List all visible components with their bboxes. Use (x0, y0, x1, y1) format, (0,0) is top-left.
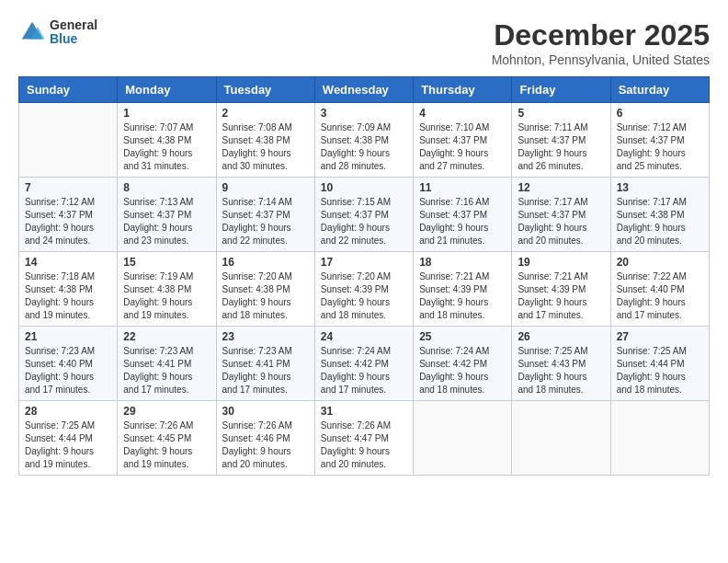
day-info: Sunrise: 7:08 AM Sunset: 4:38 PM Dayligh… (222, 121, 309, 173)
month-title: December 2025 (492, 18, 710, 52)
day-info: Sunrise: 7:17 AM Sunset: 4:38 PM Dayligh… (617, 196, 703, 247)
sunset-text: Sunset: 4:37 PM (617, 135, 685, 145)
daylight-text: Daylight: 9 hours and 25 minutes. (617, 148, 686, 171)
day-info: Sunrise: 7:21 AM Sunset: 4:39 PM Dayligh… (419, 270, 506, 322)
day-info: Sunrise: 7:12 AM Sunset: 4:37 PM Dayligh… (617, 121, 703, 173)
day-info: Sunrise: 7:19 AM Sunset: 4:38 PM Dayligh… (123, 270, 210, 322)
location-text: Mohnton, Pennsylvania, United States (492, 52, 710, 67)
sunset-text: Sunset: 4:38 PM (222, 284, 290, 294)
calendar-day-cell: 29 Sunrise: 7:26 AM Sunset: 4:45 PM Dayl… (118, 401, 216, 476)
daylight-text: Daylight: 9 hours and 20 minutes. (617, 223, 686, 246)
sunrise-text: Sunrise: 7:09 AM (321, 122, 391, 132)
day-number: 27 (617, 330, 703, 343)
day-number: 25 (419, 330, 506, 343)
daylight-text: Daylight: 9 hours and 21 minutes. (419, 223, 488, 246)
day-number: 8 (123, 181, 210, 194)
day-number: 4 (419, 107, 506, 120)
day-info: Sunrise: 7:24 AM Sunset: 4:42 PM Dayligh… (321, 345, 407, 396)
day-number: 12 (518, 181, 604, 194)
sunset-text: Sunset: 4:40 PM (617, 284, 685, 294)
day-number: 21 (25, 330, 111, 343)
sunset-text: Sunset: 4:38 PM (222, 135, 290, 145)
sunrise-text: Sunrise: 7:23 AM (25, 346, 95, 356)
daylight-text: Daylight: 9 hours and 24 minutes. (25, 223, 94, 246)
calendar-week-row: 14 Sunrise: 7:18 AM Sunset: 4:38 PM Dayl… (19, 252, 710, 327)
sunset-text: Sunset: 4:41 PM (123, 359, 191, 369)
sunset-text: Sunset: 4:40 PM (25, 359, 93, 369)
day-info: Sunrise: 7:10 AM Sunset: 4:37 PM Dayligh… (419, 121, 506, 173)
day-info: Sunrise: 7:24 AM Sunset: 4:42 PM Dayligh… (419, 345, 506, 396)
calendar-day-cell: 26 Sunrise: 7:25 AM Sunset: 4:43 PM Dayl… (512, 327, 610, 401)
sunrise-text: Sunrise: 7:25 AM (617, 346, 687, 356)
day-number: 29 (123, 405, 210, 418)
sunset-text: Sunset: 4:37 PM (321, 210, 389, 220)
calendar-day-cell: 27 Sunrise: 7:25 AM Sunset: 4:44 PM Dayl… (610, 327, 709, 401)
calendar-day-cell: 2 Sunrise: 7:08 AM Sunset: 4:38 PM Dayli… (216, 103, 314, 178)
day-info: Sunrise: 7:17 AM Sunset: 4:37 PM Dayligh… (518, 196, 604, 247)
daylight-text: Daylight: 9 hours and 18 minutes. (419, 372, 488, 395)
day-number: 22 (123, 330, 210, 343)
calendar-day-cell: 16 Sunrise: 7:20 AM Sunset: 4:38 PM Dayl… (216, 252, 314, 327)
day-info: Sunrise: 7:25 AM Sunset: 4:44 PM Dayligh… (617, 345, 703, 396)
sunrise-text: Sunrise: 7:25 AM (25, 420, 95, 431)
sunrise-text: Sunrise: 7:16 AM (419, 197, 489, 207)
sunrise-text: Sunrise: 7:20 AM (321, 271, 391, 282)
sunset-text: Sunset: 4:38 PM (25, 284, 93, 294)
day-number: 31 (321, 405, 407, 418)
day-number: 19 (518, 256, 604, 269)
day-info: Sunrise: 7:12 AM Sunset: 4:37 PM Dayligh… (25, 196, 111, 247)
day-info: Sunrise: 7:18 AM Sunset: 4:38 PM Dayligh… (25, 270, 111, 322)
sunset-text: Sunset: 4:43 PM (518, 359, 586, 369)
calendar-header-row: SundayMondayTuesdayWednesdayThursdayFrid… (19, 77, 710, 103)
calendar-day-cell: 13 Sunrise: 7:17 AM Sunset: 4:38 PM Dayl… (610, 178, 709, 252)
day-number: 26 (518, 330, 604, 343)
sunset-text: Sunset: 4:45 PM (123, 433, 191, 443)
sunset-text: Sunset: 4:37 PM (518, 135, 586, 145)
sunrise-text: Sunrise: 7:24 AM (321, 346, 391, 356)
sunset-text: Sunset: 4:37 PM (25, 210, 93, 220)
sunrise-text: Sunrise: 7:14 AM (222, 197, 292, 207)
weekday-header: Tuesday (216, 77, 314, 103)
weekday-header: Monday (118, 77, 216, 103)
calendar-day-cell: 22 Sunrise: 7:23 AM Sunset: 4:41 PM Dayl… (118, 327, 216, 401)
sunrise-text: Sunrise: 7:15 AM (321, 197, 391, 207)
sunrise-text: Sunrise: 7:18 AM (25, 271, 95, 282)
weekday-header: Thursday (414, 77, 512, 103)
sunrise-text: Sunrise: 7:11 AM (518, 122, 587, 132)
sunset-text: Sunset: 4:39 PM (419, 284, 487, 294)
calendar-week-row: 21 Sunrise: 7:23 AM Sunset: 4:40 PM Dayl… (19, 327, 710, 401)
sunset-text: Sunset: 4:37 PM (419, 210, 487, 220)
daylight-text: Daylight: 9 hours and 27 minutes. (419, 148, 488, 171)
day-info: Sunrise: 7:20 AM Sunset: 4:39 PM Dayligh… (321, 270, 407, 322)
daylight-text: Daylight: 9 hours and 17 minutes. (518, 297, 586, 320)
day-number: 20 (617, 256, 703, 269)
day-info: Sunrise: 7:15 AM Sunset: 4:37 PM Dayligh… (321, 196, 407, 247)
sunrise-text: Sunrise: 7:26 AM (123, 420, 193, 431)
day-info: Sunrise: 7:23 AM Sunset: 4:41 PM Dayligh… (222, 345, 309, 396)
day-number: 18 (419, 256, 506, 269)
calendar-day-cell: 25 Sunrise: 7:24 AM Sunset: 4:42 PM Dayl… (414, 327, 512, 401)
sunset-text: Sunset: 4:38 PM (123, 284, 191, 294)
day-number: 3 (321, 107, 407, 120)
logo-icon (18, 18, 46, 46)
calendar-day-cell (610, 401, 709, 476)
daylight-text: Daylight: 9 hours and 18 minutes. (518, 372, 586, 395)
page-header: General Blue December 2025 Mohnton, Penn… (18, 18, 710, 67)
daylight-text: Daylight: 9 hours and 18 minutes. (419, 297, 488, 320)
calendar-day-cell: 18 Sunrise: 7:21 AM Sunset: 4:39 PM Dayl… (414, 252, 512, 327)
calendar-week-row: 1 Sunrise: 7:07 AM Sunset: 4:38 PM Dayli… (19, 103, 710, 178)
daylight-text: Daylight: 9 hours and 23 minutes. (123, 223, 192, 246)
calendar-day-cell: 6 Sunrise: 7:12 AM Sunset: 4:37 PM Dayli… (610, 103, 709, 178)
day-number: 11 (419, 181, 506, 194)
sunset-text: Sunset: 4:41 PM (222, 359, 290, 369)
calendar-day-cell: 21 Sunrise: 7:23 AM Sunset: 4:40 PM Dayl… (19, 327, 118, 401)
daylight-text: Daylight: 9 hours and 20 minutes. (518, 223, 586, 246)
calendar-day-cell (414, 401, 512, 476)
sunset-text: Sunset: 4:37 PM (419, 135, 487, 145)
calendar-day-cell: 9 Sunrise: 7:14 AM Sunset: 4:37 PM Dayli… (216, 178, 314, 252)
calendar-day-cell: 4 Sunrise: 7:10 AM Sunset: 4:37 PM Dayli… (414, 103, 512, 178)
sunrise-text: Sunrise: 7:21 AM (419, 271, 489, 282)
calendar-day-cell: 31 Sunrise: 7:26 AM Sunset: 4:47 PM Dayl… (314, 401, 413, 476)
daylight-text: Daylight: 9 hours and 22 minutes. (222, 223, 291, 246)
sunset-text: Sunset: 4:39 PM (518, 284, 586, 294)
